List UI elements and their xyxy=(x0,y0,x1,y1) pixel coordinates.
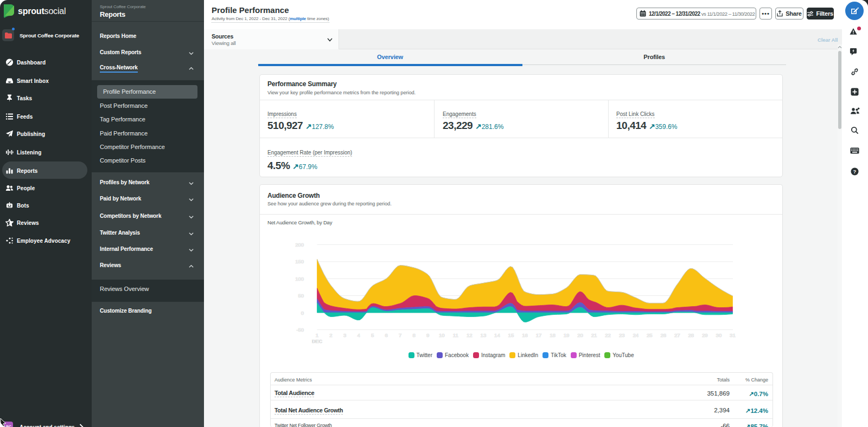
svg-text:9: 9 xyxy=(426,332,429,338)
svg-text:20: 20 xyxy=(577,332,583,338)
svg-text:150: 150 xyxy=(295,258,304,264)
svg-text:26: 26 xyxy=(661,332,667,338)
svg-text:11: 11 xyxy=(453,332,458,338)
svg-text:5: 5 xyxy=(371,332,374,338)
svg-text:3: 3 xyxy=(343,332,346,338)
svg-text:12: 12 xyxy=(467,332,473,338)
svg-text:1: 1 xyxy=(316,332,318,338)
svg-text:10: 10 xyxy=(439,332,445,338)
svg-text:18: 18 xyxy=(550,332,556,338)
svg-text:17: 17 xyxy=(536,332,542,338)
svg-text:14: 14 xyxy=(494,332,500,338)
svg-text:-50: -50 xyxy=(296,327,304,333)
svg-text:22: 22 xyxy=(605,332,611,338)
svg-text:30: 30 xyxy=(716,332,722,338)
svg-text:13: 13 xyxy=(481,332,487,338)
svg-text:0: 0 xyxy=(301,310,304,316)
svg-text:?: ? xyxy=(853,169,857,174)
svg-text:27: 27 xyxy=(674,332,680,338)
svg-text:DEC: DEC xyxy=(312,339,323,344)
svg-text:100: 100 xyxy=(295,276,304,282)
svg-text:31: 31 xyxy=(730,332,736,338)
svg-text:24: 24 xyxy=(633,332,639,338)
svg-text:50: 50 xyxy=(298,293,304,299)
svg-text:21: 21 xyxy=(591,332,597,338)
svg-text:29: 29 xyxy=(702,332,708,338)
svg-text:2: 2 xyxy=(329,332,332,338)
svg-text:16: 16 xyxy=(522,332,528,338)
svg-text:23: 23 xyxy=(619,332,625,338)
svg-text:7: 7 xyxy=(399,332,401,338)
svg-text:28: 28 xyxy=(688,332,694,338)
svg-text:4: 4 xyxy=(357,332,360,338)
svg-text:200: 200 xyxy=(295,242,304,248)
svg-text:25: 25 xyxy=(647,332,653,338)
svg-text:15: 15 xyxy=(508,332,514,338)
svg-text:8: 8 xyxy=(413,332,416,338)
svg-text:6: 6 xyxy=(385,332,388,338)
svg-text:19: 19 xyxy=(564,332,570,338)
